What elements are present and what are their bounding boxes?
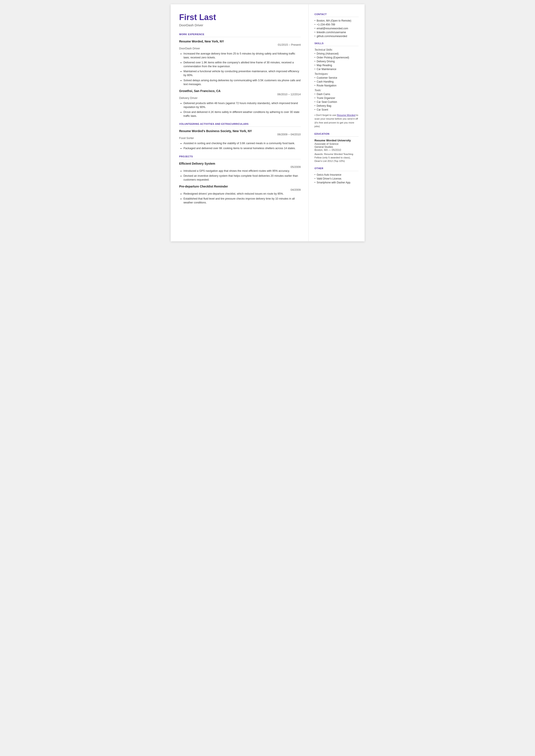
- education-divider: [315, 136, 358, 137]
- job-title-2: Delivery Driver: [179, 96, 301, 99]
- project-block-2: Pre-departure Checklist Reminder 04/2009…: [179, 185, 301, 205]
- contact-phone: +1-234-456-789: [315, 23, 358, 26]
- technical-skills-label: Technical Skills:: [315, 48, 358, 51]
- bullet-item: Increased the average delivery time from…: [183, 52, 301, 60]
- vol-title-1: Food Sorter: [179, 136, 301, 140]
- skill-item: Customer Service: [315, 76, 358, 79]
- project-date-2: 04/2009: [291, 188, 301, 191]
- bullet-item: Drove and delivered 4.1K items safely in…: [183, 110, 301, 118]
- skill-item: Driving (Advanced): [315, 52, 358, 55]
- bullet-item: Packaged and delivered over 6K cooking i…: [183, 146, 301, 150]
- resume-page: First Last DoorDash Driver WORK EXPERIEN…: [171, 4, 365, 241]
- contact-list: Boston, MA (Open to Remote) +1-234-456-7…: [315, 19, 358, 38]
- skills-heading: SKILLS: [315, 42, 358, 44]
- volunteering-heading: VOLUNTEERING ACTIVITIES AND EXTRACURRICU…: [179, 123, 301, 125]
- contact-email: email@resumeworded.com: [315, 27, 358, 30]
- project-name-1: Efficient Delivery System: [179, 162, 215, 165]
- skill-item: Delivery Driving: [315, 60, 358, 63]
- other-heading: OTHER: [315, 167, 358, 170]
- bullet-item: Devised an inventive delivery system tha…: [183, 174, 301, 182]
- vol-bullets-1: Assisted in sorting and checking the via…: [179, 141, 301, 150]
- skill-item: Route Navigation: [315, 84, 358, 87]
- other-item: Valid Driver's License.: [315, 177, 358, 180]
- bullet-item: Solved delays arising during deliveries …: [183, 78, 301, 86]
- tools-list: Dash Cams Trunk Organizer Car Seat Cushi…: [315, 93, 358, 111]
- edu-location: Boston, MA — 05/2010: [315, 149, 358, 152]
- edu-field: General Studies: [315, 146, 358, 149]
- bullet-item: Maintained a functional vehicle by condu…: [183, 70, 301, 77]
- job-block-1: Resume Worded, New York, NY 01/2015 – Pr…: [179, 40, 301, 86]
- job-header-2: Growthsi, San Francisco, CA 06/2010 – 12…: [179, 89, 301, 96]
- contact-divider: [315, 17, 358, 17]
- project-date-1: 05/2009: [291, 165, 301, 169]
- other-item: Smartphone with Dasher App.: [315, 181, 358, 184]
- job-header-1: Resume Worded, New York, NY 01/2015 – Pr…: [179, 40, 301, 46]
- bullet-item: Redesigned drivers' pre-departure checkl…: [183, 192, 301, 196]
- techniques-label: Techniques:: [315, 72, 358, 75]
- bullet-item: Assisted in sorting and checking the via…: [183, 141, 301, 145]
- vol-dates-1: 06/2009 – 04/2010: [277, 133, 300, 136]
- job-company-2: Growthsi, San Francisco, CA: [179, 89, 221, 93]
- bullet-item: Introduced a GPS navigation app that sho…: [183, 169, 301, 173]
- job-dates-1: 01/2015 – Present: [278, 43, 300, 46]
- bullet-item: Delivered products within 48 hours (agai…: [183, 101, 301, 109]
- other-item: Geico Auto Insurance: [315, 173, 358, 176]
- right-column: CONTACT Boston, MA (Open to Remote) +1-2…: [309, 4, 365, 241]
- skill-item: Order Picking (Experienced): [315, 56, 358, 59]
- bullet-item: Delivered over 1.9K items within the com…: [183, 61, 301, 68]
- vol-header-1: Resume Worded's Business Society, New Yo…: [179, 129, 301, 136]
- skill-item: Map Reading: [315, 64, 358, 67]
- skill-item: Car Maintenance: [315, 68, 358, 71]
- volunteering-divider: [179, 126, 301, 127]
- job-bullets-1: Increased the average delivery time from…: [179, 52, 301, 86]
- job-title-1: DoorDash Driver: [179, 47, 301, 50]
- skills-divider: [315, 46, 358, 46]
- edu-degree: Associate of Science: [315, 142, 358, 146]
- applicant-subtitle: DoorDash Driver: [179, 23, 301, 27]
- skill-item: Delivery Bag: [315, 104, 358, 107]
- volunteering-block-1: Resume Worded's Business Society, New Yo…: [179, 129, 301, 150]
- education-heading: EDUCATION: [315, 132, 358, 135]
- resume-worded-link[interactable]: Resume Worded: [337, 114, 355, 116]
- left-column: First Last DoorDash Driver WORK EXPERIEN…: [171, 4, 309, 241]
- project-header-1: Efficient Delivery System 05/2009: [179, 162, 301, 169]
- projects-heading: PROJECTS: [179, 155, 301, 158]
- job-bullets-2: Delivered products within 48 hours (agai…: [179, 101, 301, 118]
- skill-item: Car Scent: [315, 108, 358, 111]
- scan-note: • Don't forget to use Resume Worded to s…: [315, 113, 358, 128]
- contact-github: github.com/resumeworded: [315, 35, 358, 38]
- project-name-2: Pre-departure Checklist Reminder: [179, 185, 228, 188]
- job-dates-2: 06/2010 – 12/2014: [277, 93, 300, 96]
- skill-item: Cash Handling: [315, 80, 358, 83]
- project-bullets-2: Redesigned drivers' pre-departure checkl…: [179, 192, 301, 205]
- contact-heading: CONTACT: [315, 13, 358, 15]
- technical-skills-list: Driving (Advanced) Order Picking (Experi…: [315, 52, 358, 71]
- project-header-2: Pre-departure Checklist Reminder 04/2009: [179, 185, 301, 191]
- vol-company-1: Resume Worded's Business Society, New Yo…: [179, 129, 252, 133]
- contact-location: Boston, MA (Open to Remote): [315, 19, 358, 22]
- edu-awards: Awards: Resume Worded Teaching Fellow (o…: [315, 153, 358, 163]
- tools-label: Tools:: [315, 89, 358, 92]
- applicant-name: First Last: [179, 13, 301, 22]
- project-block-1: Efficient Delivery System 05/2009 Introd…: [179, 162, 301, 182]
- skill-item: Trunk Organizer: [315, 97, 358, 99]
- techniques-list: Customer Service Cash Handling Route Nav…: [315, 76, 358, 87]
- bullet-item: Established that fluid level and tire pr…: [183, 197, 301, 205]
- job-block-2: Growthsi, San Francisco, CA 06/2010 – 12…: [179, 89, 301, 118]
- work-experience-heading: WORK EXPERIENCE: [179, 33, 301, 36]
- skill-item: Dash Cams: [315, 93, 358, 96]
- contact-linkedin: linkedin.com/in/username: [315, 31, 358, 34]
- edu-institution: Resume Worded University: [315, 139, 358, 142]
- job-company-1: Resume Worded, New York, NY: [179, 40, 224, 43]
- work-divider: [179, 37, 301, 37]
- skill-item: Car Seat Cushion: [315, 100, 358, 103]
- other-list: Geico Auto Insurance Valid Driver's Lice…: [315, 173, 358, 184]
- project-bullets-1: Introduced a GPS navigation app that sho…: [179, 169, 301, 182]
